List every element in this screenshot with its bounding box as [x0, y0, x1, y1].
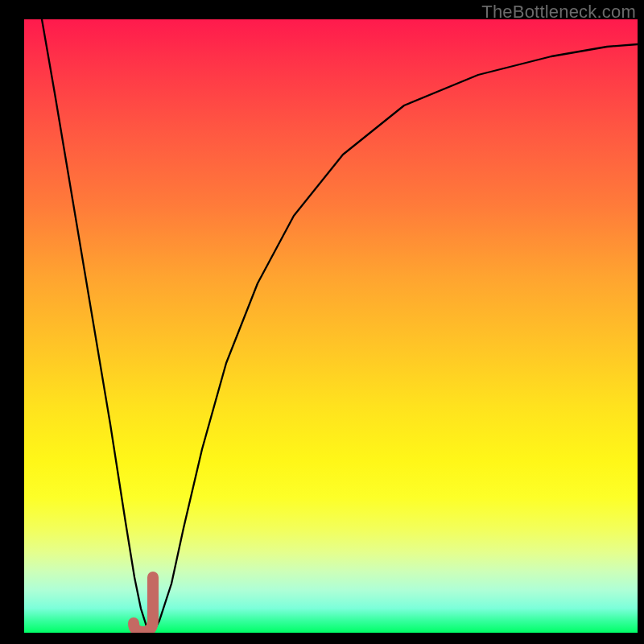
- curve-layer: [24, 19, 638, 633]
- plot-area: [24, 19, 638, 633]
- watermark-text: TheBottleneck.com: [481, 2, 636, 23]
- chart-frame: TheBottleneck.com: [0, 0, 644, 644]
- bottleneck-curve: [42, 19, 638, 633]
